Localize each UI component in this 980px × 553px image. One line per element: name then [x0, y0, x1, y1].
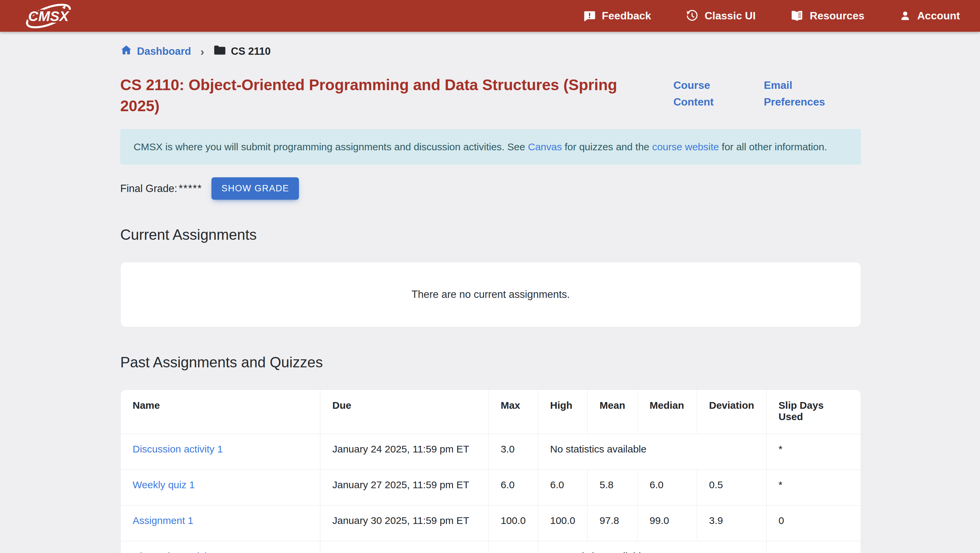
past-assignments-card: Name Due Max High Mean Median Deviation … [120, 389, 861, 553]
table-cell: * [766, 434, 861, 470]
course-title-row: CS 2110: Object-Oriented Programming and… [120, 75, 861, 117]
canvas-link[interactable]: Canvas [528, 141, 562, 152]
course-content-link[interactable]: Course Content [673, 77, 714, 117]
past-assignments-table: Name Due Max High Mean Median Deviation … [121, 390, 861, 553]
history-icon [686, 10, 698, 22]
column-header-name: Name [121, 390, 320, 434]
table-cell: 3.0 [488, 541, 538, 553]
current-assignments-heading: Current Assignments [120, 226, 861, 243]
assignment-link[interactable]: Discussion activity 1 [133, 443, 223, 454]
table-header: Name Due Max High Mean Median Deviation … [121, 390, 861, 434]
cmsx-logo[interactable]: CMSX [23, 2, 73, 30]
info-banner: CMSX is where you will submit programmin… [120, 129, 861, 165]
table-cell: 6.0 [538, 470, 587, 505]
table-cell: 100.0 [538, 505, 587, 541]
assignments-tbody: Discussion activity 1January 24 2025, 11… [121, 434, 861, 553]
table-cell: Assignment 1 [121, 505, 320, 541]
course-links: Course Content Email Preferences [673, 75, 861, 117]
banner-text-before: CMSX is where you will submit programmin… [134, 141, 528, 152]
column-header-deviation: Deviation [697, 390, 766, 434]
breadcrumb-dashboard-link[interactable]: Dashboard [120, 44, 191, 59]
cmsx-logo-icon: CMSX [23, 2, 73, 30]
table-cell: January 30 2025, 11:59 pm ET [320, 505, 488, 541]
assignment-link[interactable]: Discussion activity 2 [133, 551, 223, 553]
no-current-assignments-message: There are no current assignments. [412, 289, 570, 300]
course-website-link[interactable]: course website [652, 141, 719, 152]
final-grade-row: Final Grade: ***** SHOW GRADE [120, 177, 861, 200]
final-grade-masked-value: ***** [179, 183, 202, 195]
table-row: Assignment 1January 30 2025, 11:59 pm ET… [121, 505, 861, 541]
table-cell: 6.0 [488, 470, 538, 505]
assignment-link[interactable]: Assignment 1 [133, 515, 193, 526]
column-header-mean: Mean [587, 390, 638, 434]
column-header-slip-days: Slip Days Used [766, 390, 861, 434]
final-grade-label: Final Grade: [120, 183, 177, 195]
book-icon [790, 10, 803, 22]
table-cell: January 24 2025, 11:59 pm ET [320, 434, 488, 470]
table-cell: 99.0 [637, 505, 697, 541]
page: CMSX Feedback [0, 0, 980, 553]
table-cell: 97.8 [587, 505, 638, 541]
main-content: Dashboard › CS 2110 CS 2110: Object-Orie… [120, 44, 861, 553]
table-cell: 100.0 [488, 505, 538, 541]
table-cell: Discussion activity 2 [121, 541, 320, 553]
table-cell: Discussion activity 1 [121, 434, 320, 470]
column-header-high: High [538, 390, 587, 434]
breadcrumb-dashboard-label: Dashboard [137, 45, 191, 57]
past-assignments-heading: Past Assignments and Quizzes [120, 354, 861, 371]
feedback-icon [583, 10, 596, 22]
banner-text-mid: for quizzes and the [562, 141, 652, 152]
table-row: Weekly quiz 1January 27 2025, 11:59 pm E… [121, 470, 861, 505]
nav-account[interactable]: Account [899, 10, 960, 22]
table-cell: 6.0 [637, 470, 697, 505]
table-cell: 0.5 [697, 470, 766, 505]
show-grade-button[interactable]: SHOW GRADE [212, 177, 299, 200]
home-icon [120, 44, 132, 59]
banner-text-after: for all other information. [719, 141, 827, 152]
top-nav-bar: CMSX Feedback [0, 0, 980, 32]
nav-resources[interactable]: Resources [790, 10, 864, 22]
top-nav-links: Feedback Classic UI [583, 10, 960, 22]
nav-feedback-label: Feedback [602, 10, 651, 22]
table-cell: Weekly quiz 1 [121, 470, 320, 505]
svg-text:CMSX: CMSX [28, 8, 70, 24]
no-statistics-cell: No statistics available [538, 541, 767, 553]
person-icon [899, 10, 911, 22]
nav-feedback[interactable]: Feedback [583, 10, 651, 22]
table-row: Discussion activity 2January 31 2025, 11… [121, 541, 861, 553]
email-preferences-link[interactable]: Email Preferences [764, 77, 825, 117]
breadcrumb-current-label: CS 2110 [231, 45, 270, 57]
page-title: CS 2110: Object-Oriented Programming and… [120, 75, 641, 117]
table-cell: 3.0 [488, 434, 538, 470]
table-cell: January 31 2025, 11:59 pm ET [320, 541, 488, 553]
table-cell: January 27 2025, 11:59 pm ET [320, 470, 488, 505]
table-cell: 3.9 [697, 505, 766, 541]
column-header-due: Due [320, 390, 488, 434]
breadcrumb: Dashboard › CS 2110 [120, 44, 861, 59]
folder-icon [213, 45, 226, 58]
no-statistics-cell: No statistics available [538, 434, 767, 470]
nav-resources-label: Resources [810, 10, 864, 22]
assignment-link[interactable]: Weekly quiz 1 [133, 479, 195, 490]
table-cell: 0 [766, 505, 861, 541]
table-cell: * [766, 470, 861, 505]
nav-account-label: Account [917, 10, 960, 22]
breadcrumb-current: CS 2110 [213, 45, 270, 58]
table-cell: 5.8 [587, 470, 638, 505]
column-header-median: Median [637, 390, 697, 434]
current-assignments-card: There are no current assignments. [120, 262, 861, 327]
table-cell: * [766, 541, 861, 553]
column-header-max: Max [488, 390, 538, 434]
nav-classic-ui[interactable]: Classic UI [686, 10, 756, 22]
breadcrumb-chevron-icon: › [200, 45, 204, 58]
nav-classic-ui-label: Classic UI [705, 10, 756, 22]
table-row: Discussion activity 1January 24 2025, 11… [121, 434, 861, 470]
